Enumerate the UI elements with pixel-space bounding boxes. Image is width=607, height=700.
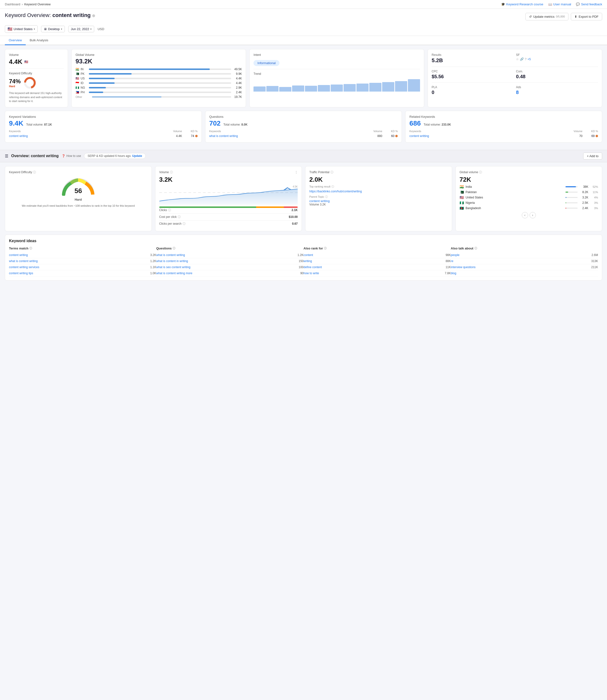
variations-count: 9.4K xyxy=(9,120,23,127)
parent-topic-link[interactable]: content writing xyxy=(309,199,330,203)
add-to-button[interactable]: + Add to xyxy=(583,152,602,160)
terms-match-link-3[interactable]: content writing services xyxy=(9,266,39,269)
traffic-potential-card: Traffic Potential ⓘ 2.0K Top ranking res… xyxy=(305,166,452,231)
chevron-down-icon: ▾ xyxy=(61,28,62,30)
update-link[interactable]: Update xyxy=(132,154,142,158)
kd-label: Keyword Difficulty xyxy=(9,71,64,75)
terms-match-link-2[interactable]: what is content writing xyxy=(9,260,38,263)
list-item: blog xyxy=(451,270,598,276)
tab-bulk-analysis[interactable]: Bulk Analysis xyxy=(26,36,52,45)
help-icon[interactable]: ⓘ xyxy=(183,222,186,226)
tab-overview[interactable]: Overview xyxy=(5,36,26,45)
send-feedback-link[interactable]: 💬 Send feedback xyxy=(576,2,602,6)
intent-badge: Informational xyxy=(253,60,279,66)
keyword-research-course-link[interactable]: 🎓 Keyword Research course xyxy=(501,2,543,6)
global-volume-value: 93.2K xyxy=(76,58,242,65)
more-icon[interactable]: ⋮ xyxy=(295,170,298,174)
how-to-use-link[interactable]: ❓ How to use xyxy=(62,154,81,158)
also-talk-link-4[interactable]: blog xyxy=(451,271,457,275)
trend-bar-3 xyxy=(279,87,291,91)
user-manual-link[interactable]: 📖 User manual xyxy=(548,2,571,6)
questions-table-header: Keywords Volume KD % xyxy=(209,130,398,132)
kd-detail-title: Keyword Difficulty ⓘ xyxy=(9,170,148,174)
help-icon[interactable]: ⓘ xyxy=(331,185,334,188)
questions-column: Questions ⓘ what is content writing 1.2K… xyxy=(156,247,304,276)
intent-trend-card: Intent Informational Trend xyxy=(249,49,424,107)
help-icon[interactable]: ⓘ xyxy=(170,170,173,174)
help-icon[interactable]: ⓘ xyxy=(325,195,328,199)
help-icon[interactable]: ⓘ xyxy=(173,247,175,250)
sf-plus[interactable]: +5 xyxy=(528,58,531,61)
update-metrics-button[interactable]: ↺ Update metrics 0/5,000 xyxy=(525,13,568,20)
question-keyword-link[interactable]: what is content writing xyxy=(209,134,362,138)
book-icon: 📖 xyxy=(548,2,552,6)
also-rank-link-1[interactable]: content xyxy=(304,253,313,257)
list-item: what is content writing more 90 xyxy=(156,270,304,276)
other-flag: Other xyxy=(76,96,82,98)
country-filter[interactable]: 🇺🇸 United States ▾ xyxy=(5,25,38,33)
kd-donut-chart xyxy=(24,77,36,89)
question-link-2[interactable]: what is content in writing xyxy=(156,260,188,263)
also-talk-link-1[interactable]: people xyxy=(451,253,460,257)
indonesia-flag: 🇮🇩 xyxy=(76,81,79,85)
also-rank-link-2[interactable]: writing xyxy=(304,260,312,263)
help-icon[interactable]: ⓘ xyxy=(475,247,477,250)
country-row-other: Other 19.7K xyxy=(76,95,242,99)
export-icon: ⬆ xyxy=(574,15,577,18)
date-filter[interactable]: Jun 22, 2022 ▾ xyxy=(68,26,94,32)
volume-value: 4.4K xyxy=(9,58,22,66)
global-volume-detail-title: Global volume ⓘ xyxy=(460,170,598,174)
question-link-1[interactable]: what is content writing xyxy=(156,253,185,257)
table-row: content writting 70 69 xyxy=(410,133,598,139)
terms-match-link-4[interactable]: content writing tips xyxy=(9,271,33,275)
list-item: what is seo content writing 100 xyxy=(156,264,304,270)
keyword-ideas-grid: Terms match ⓘ content writing 3.2K what … xyxy=(9,247,598,276)
help-icon[interactable]: ⓘ xyxy=(324,247,327,250)
bangladesh-flag-icon: 🇧🇩 xyxy=(460,206,464,210)
also-rank-link-4[interactable]: how to write xyxy=(304,271,319,275)
terms-match-link-1[interactable]: content writing xyxy=(9,253,28,257)
question-link-3[interactable]: what is seo content writing xyxy=(156,266,191,269)
clicks-per-search-value: 0.67 xyxy=(292,222,298,225)
trend-bar-12 xyxy=(395,81,407,91)
kd-dot-icon xyxy=(195,135,197,137)
export-pdf-button[interactable]: ⬆ Export to PDF xyxy=(571,13,602,20)
question-link-4[interactable]: what is content writing more xyxy=(156,271,192,275)
kd-dot-icon xyxy=(595,135,598,137)
table-row: what is content writing 880 60 xyxy=(209,133,398,139)
variation-keyword-link[interactable]: content writing xyxy=(9,134,162,138)
help-icon[interactable]: ⓘ xyxy=(479,170,482,174)
add-keyword-icon[interactable]: ⊕ xyxy=(92,14,95,18)
help-icon[interactable]: ⓘ xyxy=(178,215,181,219)
kd-gauge-value: 56 xyxy=(75,187,82,195)
cpc-com-row: CPC $5.56 Com. 0.48 xyxy=(432,70,598,79)
next-arrow[interactable]: › xyxy=(529,212,536,218)
also-talk-link-2[interactable]: re xyxy=(451,260,454,263)
pla-ads-row: PLA 0 Ads 8 xyxy=(432,85,598,95)
trend-chart xyxy=(253,77,420,91)
pla-value: 0 xyxy=(432,90,514,95)
also-rank-link-3[interactable]: define content xyxy=(304,266,322,269)
also-talk-link-3[interactable]: interview questions xyxy=(451,266,476,269)
message-icon: 💬 xyxy=(576,2,580,6)
trend-label: Trend xyxy=(253,72,420,76)
prev-arrow[interactable]: ‹ xyxy=(522,212,528,218)
main-content: Volume 4.4K 🇺🇸 Keyword Difficulty 74% Ha… xyxy=(0,45,607,150)
pla-label: PLA xyxy=(432,85,514,89)
help-icon[interactable]: ⓘ xyxy=(331,170,333,174)
global-volume-label: Global Volume xyxy=(76,53,242,57)
list-item: re 313K xyxy=(451,258,598,264)
top-ranking-url[interactable]: https://backlinko.com/hub/content/writin… xyxy=(309,190,362,193)
help-icon[interactable]: ⓘ xyxy=(33,170,36,174)
list-item: how to write 7.8K xyxy=(304,270,451,276)
chevron-down-icon: ▾ xyxy=(34,28,35,30)
section-bar: ☰ Overview: content writing ❓ How to use… xyxy=(0,150,607,162)
global-volume-card: Global Volume 93.2K 🇮🇳 IN 49.5K 🇵🇰 PK 9.… xyxy=(71,49,246,107)
related-keyword-link[interactable]: content writting xyxy=(410,134,562,138)
device-filter[interactable]: 🖥 Desktop ▾ xyxy=(41,26,65,32)
terms-match-column: Terms match ⓘ content writing 3.2K what … xyxy=(9,247,156,276)
breadcrumb-home[interactable]: Dashboard xyxy=(5,2,20,6)
help-icon[interactable]: ⓘ xyxy=(168,208,171,212)
traffic-value: 2.0K xyxy=(309,176,448,183)
help-icon[interactable]: ⓘ xyxy=(29,247,32,250)
